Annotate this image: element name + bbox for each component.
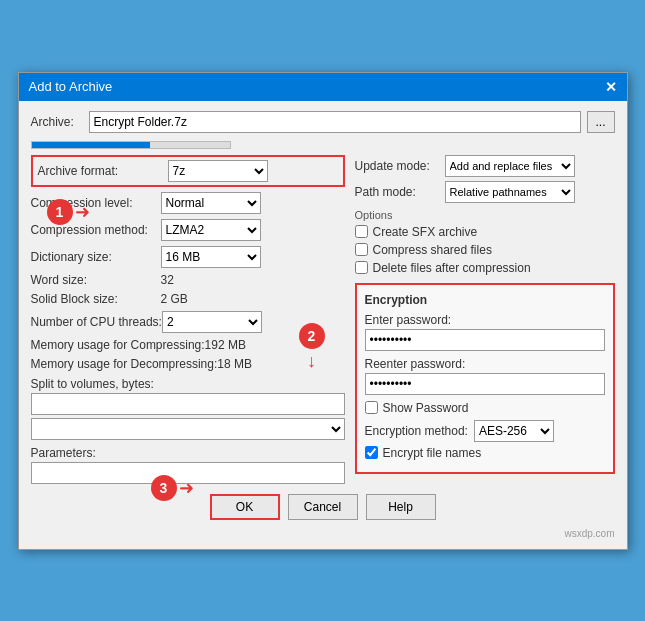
badge-2: 2 xyxy=(299,323,325,349)
dialog-title: Add to Archive xyxy=(29,79,113,94)
right-panel: Update mode: Add and replace files Path … xyxy=(355,155,615,484)
badge-3-container: 3 ➜ xyxy=(151,475,194,501)
arrow-3: ➜ xyxy=(179,477,194,499)
params-label: Parameters: xyxy=(31,446,345,460)
compression-level-select[interactable]: Normal xyxy=(161,192,261,214)
ok-button[interactable]: OK xyxy=(210,494,280,520)
close-button[interactable]: ✕ xyxy=(605,79,617,95)
path-mode-label: Path mode: xyxy=(355,185,445,199)
mem-compress-label: Memory usage for Compressing: xyxy=(31,338,205,352)
encryption-title: Encryption xyxy=(365,293,605,307)
show-password-checkbox[interactable] xyxy=(365,401,378,414)
archive-input[interactable] xyxy=(89,111,581,133)
update-mode-row: Update mode: Add and replace files xyxy=(355,155,615,177)
create-sfx-row: Create SFX archive xyxy=(355,225,615,239)
split-input[interactable] xyxy=(31,393,345,415)
split-label: Split to volumes, bytes: xyxy=(31,377,345,391)
mem-decompress-label: Memory usage for Decompressing: xyxy=(31,357,218,371)
enter-password-input[interactable] xyxy=(365,329,605,351)
watermark: wsxdp.com xyxy=(31,528,615,541)
compression-method-select[interactable]: LZMA2 xyxy=(161,219,261,241)
encryption-section: Encryption Enter password: Reenter passw… xyxy=(355,283,615,474)
badge-2-container: 2 ↓ xyxy=(299,323,325,372)
create-sfx-label: Create SFX archive xyxy=(373,225,478,239)
encryption-method-label: Encryption method: xyxy=(365,424,468,438)
encryption-method-select[interactable]: AES-256 xyxy=(474,420,554,442)
archive-format-label: Archive format: xyxy=(38,164,168,178)
mem-compress-value: 192 MB xyxy=(205,338,246,352)
options-label: Options xyxy=(355,209,615,221)
compression-method-label: Compression method: xyxy=(31,223,161,237)
help-button[interactable]: Help xyxy=(366,494,436,520)
title-bar: Add to Archive ✕ xyxy=(19,73,627,101)
dictionary-size-select[interactable]: 16 MB xyxy=(161,246,261,268)
main-content: Archive format: 7z Compression level: No… xyxy=(31,155,615,484)
badge-3: 3 xyxy=(151,475,177,501)
progress-bar-fill xyxy=(32,142,151,148)
dictionary-size-row: Dictionary size: 16 MB xyxy=(31,246,345,268)
archive-row: Archive: ... xyxy=(31,111,615,133)
progress-bar-bg xyxy=(31,141,231,149)
delete-after-row: Delete files after compression xyxy=(355,261,615,275)
compress-shared-label: Compress shared files xyxy=(373,243,492,257)
encrypt-names-row: Encrypt file names xyxy=(365,446,605,460)
dialog-body-wrapper: 1 ➜ 2 ↓ 3 ➜ xyxy=(31,155,615,484)
reenter-password-input[interactable] xyxy=(365,373,605,395)
compress-shared-row: Compress shared files xyxy=(355,243,615,257)
archive-format-section: Archive format: 7z xyxy=(31,155,345,187)
update-mode-select[interactable]: Add and replace files xyxy=(445,155,575,177)
archive-label: Archive: xyxy=(31,115,83,129)
add-to-archive-dialog: Add to Archive ✕ Archive: ... 1 ➜ xyxy=(18,72,628,550)
show-password-row: Show Password xyxy=(365,401,605,415)
dictionary-size-label: Dictionary size: xyxy=(31,250,161,264)
badge-1-container: 1 ➜ xyxy=(47,199,90,225)
path-mode-select[interactable]: Relative pathnames xyxy=(445,181,575,203)
delete-after-checkbox[interactable] xyxy=(355,261,368,274)
reenter-password-label: Reenter password: xyxy=(365,357,605,371)
solid-block-value: 2 GB xyxy=(161,292,188,306)
cancel-button[interactable]: Cancel xyxy=(288,494,358,520)
solid-block-label: Solid Block size: xyxy=(31,292,161,306)
bottom-bar: OK Cancel Help xyxy=(31,484,615,528)
dialog-body: Archive: ... 1 ➜ 2 ↓ xyxy=(19,101,627,549)
word-size-value: 32 xyxy=(161,273,174,287)
cpu-threads-label: Number of CPU threads: xyxy=(31,315,162,329)
encrypt-names-label: Encrypt file names xyxy=(383,446,482,460)
delete-after-label: Delete files after compression xyxy=(373,261,531,275)
arrow-2: ↓ xyxy=(307,351,316,372)
cpu-threads-select[interactable]: 2 xyxy=(162,311,262,333)
solid-block-row: Solid Block size: 2 GB xyxy=(31,292,345,306)
arrow-1: ➜ xyxy=(75,201,90,223)
mem-decompress-row: Memory usage for Decompressing: 18 MB xyxy=(31,357,345,371)
word-size-label: Word size: xyxy=(31,273,161,287)
show-password-label: Show Password xyxy=(383,401,469,415)
word-size-row: Word size: 32 xyxy=(31,273,345,287)
encryption-method-row: Encryption method: AES-256 xyxy=(365,420,605,442)
mem-decompress-value: 18 MB xyxy=(217,357,252,371)
mem-compress-row: Memory usage for Compressing: 192 MB xyxy=(31,338,345,352)
cpu-threads-row: Number of CPU threads: 2 xyxy=(31,311,345,333)
create-sfx-checkbox[interactable] xyxy=(355,225,368,238)
badge-1: 1 xyxy=(47,199,73,225)
update-mode-label: Update mode: xyxy=(355,159,445,173)
path-mode-row: Path mode: Relative pathnames xyxy=(355,181,615,203)
browse-button[interactable]: ... xyxy=(587,111,615,133)
split-section: Split to volumes, bytes: xyxy=(31,377,345,440)
split-select[interactable] xyxy=(31,418,345,440)
compress-shared-checkbox[interactable] xyxy=(355,243,368,256)
encrypt-names-checkbox[interactable] xyxy=(365,446,378,459)
enter-password-label: Enter password: xyxy=(365,313,605,327)
archive-format-select[interactable]: 7z xyxy=(168,160,268,182)
progress-bar-area xyxy=(31,141,615,149)
